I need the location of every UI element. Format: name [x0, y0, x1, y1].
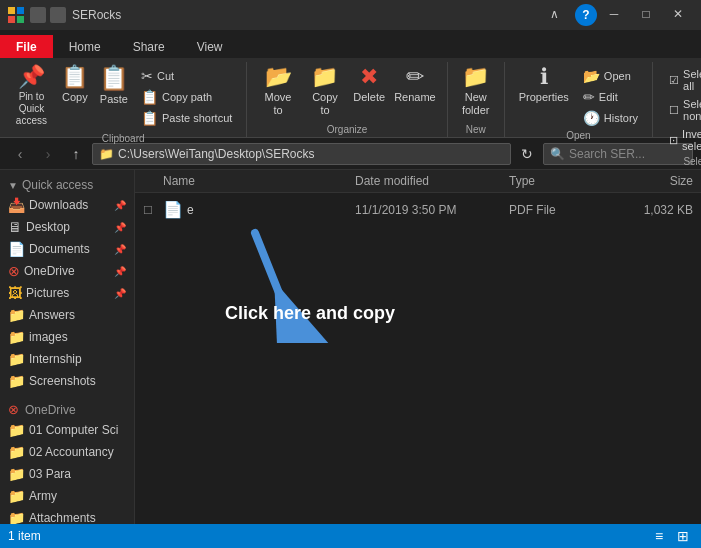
sidebar-item-internship[interactable]: 📁 Internship: [0, 348, 134, 370]
refresh-button[interactable]: ↻: [515, 142, 539, 166]
sidebar-item-screenshots[interactable]: 📁 Screenshots: [0, 370, 134, 392]
copy-to-button[interactable]: 📁 Copy to: [303, 62, 347, 121]
grid-view-button[interactable]: ⊞: [673, 527, 693, 545]
pin-indicator: 📌: [114, 244, 126, 255]
paste-button[interactable]: 📋 Paste: [95, 62, 133, 110]
folder-icon: 📁: [99, 147, 114, 161]
pin-indicator: 📌: [114, 222, 126, 233]
up-button[interactable]: ↑: [64, 142, 88, 166]
sidebar: ▼ Quick access 📥 Downloads 📌 🖥 Desktop 📌…: [0, 170, 135, 524]
open-buttons: ℹ Properties 📂 Open ✏ Edit 🕐 History: [513, 62, 644, 128]
select-label: Select: [683, 154, 701, 169]
computer-sci-icon: 📁: [8, 422, 25, 438]
tab-file[interactable]: File: [0, 35, 53, 58]
back-button[interactable]: ‹: [8, 142, 32, 166]
internship-icon: 📁: [8, 351, 25, 367]
tab-view[interactable]: View: [181, 35, 239, 58]
cut-icon: ✂: [141, 68, 153, 84]
sidebar-item-pictures-label: Pictures: [26, 286, 69, 300]
sidebar-item-answers[interactable]: 📁 Answers: [0, 304, 134, 326]
sidebar-item-screenshots-label: Screenshots: [29, 374, 96, 388]
new-folder-button[interactable]: 📁 New folder: [456, 62, 496, 121]
move-to-button[interactable]: 📂 Move to: [255, 62, 300, 121]
sidebar-item-pictures[interactable]: 🖼 Pictures 📌: [0, 282, 134, 304]
sidebar-item-computer-sci-label: 01 Computer Sci: [29, 423, 118, 437]
sidebar-item-answers-label: Answers: [29, 308, 75, 322]
attachments-icon: 📁: [8, 510, 25, 524]
sidebar-item-attachments[interactable]: 📁 Attachments: [0, 507, 134, 524]
type-column-header[interactable]: Type: [509, 174, 609, 188]
select-all-icon: ☑: [669, 74, 679, 87]
svg-rect-1: [17, 7, 24, 14]
downloads-icon: 📥: [8, 197, 25, 213]
qa-undo[interactable]: [50, 7, 66, 23]
sidebar-item-documents[interactable]: 📄 Documents 📌: [0, 238, 134, 260]
select-all-button[interactable]: ☑ Select all: [661, 66, 701, 94]
sidebar-item-downloads[interactable]: 📥 Downloads 📌: [0, 194, 134, 216]
sidebar-item-computer-sci[interactable]: 📁 01 Computer Sci: [0, 419, 134, 441]
ribbon-expand[interactable]: ∧: [539, 4, 569, 24]
copy-label: Copy: [62, 91, 88, 104]
pin-icon: 📌: [18, 66, 45, 88]
sidebar-item-accountancy[interactable]: 📁 02 Accountancy: [0, 441, 134, 463]
pin-indicator: 📌: [114, 266, 126, 277]
properties-button[interactable]: ℹ Properties: [513, 62, 575, 108]
forward-button[interactable]: ›: [36, 142, 60, 166]
row-checkbox[interactable]: ☐: [143, 203, 159, 217]
name-column-header[interactable]: Name: [163, 174, 351, 188]
content-body: ☐ 📄 e 11/1/2019 3:50 PM PDF File 1,032 K…: [135, 193, 701, 524]
onedrive-section-header[interactable]: ⊗ OneDrive: [0, 398, 134, 419]
item-count: 1 item: [8, 529, 41, 543]
accountancy-icon: 📁: [8, 444, 25, 460]
clipboard-group: 📌 Pin to Quick access 📋 Copy 📋 Paste ✂ C…: [0, 62, 247, 137]
copy-path-label: Copy path: [162, 91, 212, 103]
rename-button[interactable]: ✏ Rename: [391, 62, 439, 108]
arrow-annotation: [215, 213, 355, 346]
size-column-header[interactable]: Size: [613, 174, 693, 188]
ribbon: 📌 Pin to Quick access 📋 Copy 📋 Paste ✂ C…: [0, 58, 701, 138]
app-icon: [8, 7, 24, 23]
qa-back[interactable]: [30, 7, 46, 23]
pin-indicator: 📌: [114, 288, 126, 299]
properties-icon: ℹ: [540, 66, 548, 88]
invert-selection-button[interactable]: ⊡ Invert selection: [661, 126, 701, 154]
minimize-button[interactable]: ─: [599, 4, 629, 24]
sidebar-item-images[interactable]: 📁 images: [0, 326, 134, 348]
tab-home[interactable]: Home: [53, 35, 117, 58]
tab-share[interactable]: Share: [117, 35, 181, 58]
maximize-button[interactable]: □: [631, 4, 661, 24]
date-column-header[interactable]: Date modified: [355, 174, 505, 188]
open-small-buttons: 📂 Open ✏ Edit 🕐 History: [577, 62, 644, 128]
edit-button[interactable]: ✏ Edit: [577, 87, 644, 107]
sidebar-item-para[interactable]: 📁 03 Para: [0, 463, 134, 485]
pin-to-quick-access-button[interactable]: 📌 Pin to Quick access: [8, 62, 55, 131]
address-path[interactable]: 📁 C:\Users\WeiTang\Desktop\SERocks: [92, 143, 511, 165]
sidebar-item-army[interactable]: 📁 Army: [0, 485, 134, 507]
history-button[interactable]: 🕐 History: [577, 108, 644, 128]
paste-shortcut-button[interactable]: 📋 Paste shortcut: [135, 108, 238, 128]
svg-rect-0: [8, 7, 15, 14]
sidebar-item-internship-label: Internship: [29, 352, 82, 366]
copy-button[interactable]: 📋 Copy: [57, 62, 93, 108]
move-label: Move to: [261, 91, 294, 117]
sidebar-item-desktop-label: Desktop: [26, 220, 70, 234]
quick-access-header[interactable]: ▼ Quick access: [0, 174, 134, 194]
select-none-button[interactable]: ☐ Select none: [661, 96, 701, 124]
cut-button[interactable]: ✂ Cut: [135, 66, 238, 86]
sidebar-item-images-label: images: [29, 330, 68, 344]
sidebar-item-onedrive[interactable]: ⊗ OneDrive 📌: [0, 260, 134, 282]
sidebar-item-desktop[interactable]: 🖥 Desktop 📌: [0, 216, 134, 238]
properties-label: Properties: [519, 91, 569, 104]
file-name: e: [187, 203, 351, 217]
list-view-button[interactable]: ≡: [649, 527, 669, 545]
window-title: SERocks: [72, 8, 121, 22]
content-area: Name Date modified Type Size ☐ 📄 e 11/1/…: [135, 170, 701, 524]
help-button[interactable]: ?: [575, 4, 597, 26]
copy-path-button[interactable]: 📋 Copy path: [135, 87, 238, 107]
paste-label: Paste: [100, 93, 128, 106]
pictures-icon: 🖼: [8, 285, 22, 301]
delete-button[interactable]: ✖ Delete: [349, 62, 389, 108]
open-button[interactable]: 📂 Open: [577, 66, 644, 86]
file-row[interactable]: ☐ 📄 e 11/1/2019 3:50 PM PDF File 1,032 K…: [135, 197, 701, 222]
close-button[interactable]: ✕: [663, 4, 693, 24]
